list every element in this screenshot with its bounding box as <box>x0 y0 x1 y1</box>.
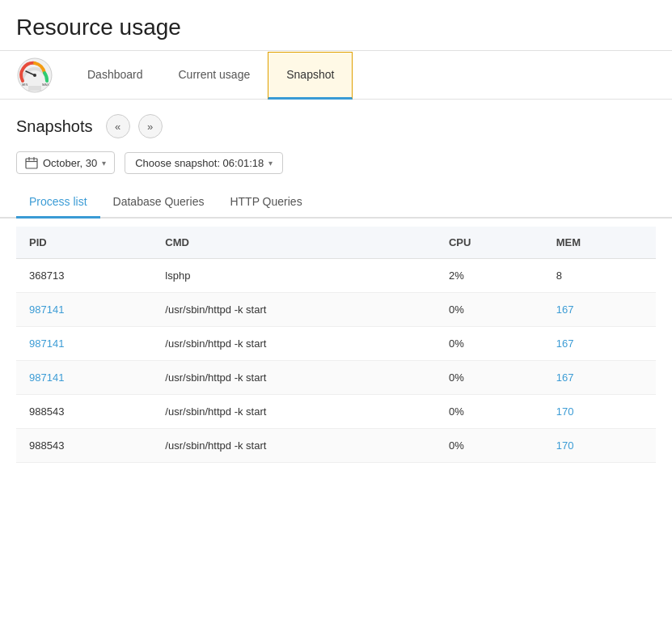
mem-link[interactable]: 167 <box>556 303 574 316</box>
snapshot-select-button[interactable]: Choose snapshot: 06:01:18 ▾ <box>125 152 283 174</box>
cell-mem: 170 <box>543 395 656 429</box>
mem-link[interactable]: 170 <box>556 439 574 452</box>
cell-cmd: /usr/sbin/httpd -k start <box>152 361 436 395</box>
tab-http-queries[interactable]: HTTP Queries <box>217 187 315 219</box>
cell-cpu: 0% <box>436 395 543 429</box>
nav-tab-snapshot[interactable]: Snapshot <box>268 52 353 100</box>
process-table: PID CMD CPU MEM 368713lsphp2%8987141/usr… <box>16 227 656 463</box>
date-dropdown-arrow: ▾ <box>102 159 106 168</box>
page-title: Resource usage <box>16 15 656 40</box>
cell-cpu: 0% <box>436 361 543 395</box>
cell-cmd: /usr/sbin/httpd -k start <box>152 293 436 327</box>
cell-cpu: 0% <box>436 429 543 463</box>
cell-cpu: 0% <box>436 293 543 327</box>
snapshots-header: Snapshots « » <box>0 100 672 146</box>
pid-link[interactable]: 987141 <box>29 371 64 384</box>
table-container: PID CMD CPU MEM 368713lsphp2%8987141/usr… <box>0 219 672 471</box>
cell-pid: 988543 <box>16 395 152 429</box>
cell-cmd: /usr/sbin/httpd -k start <box>152 327 436 361</box>
cell-cmd: /usr/sbin/httpd -k start <box>152 429 436 463</box>
table-row: 368713lsphp2%8 <box>16 259 656 293</box>
svg-text:MIN: MIN <box>22 83 27 87</box>
table-row: 988543/usr/sbin/httpd -k start0%170 <box>16 429 656 463</box>
mem-link[interactable]: 170 <box>556 405 574 418</box>
cell-cpu: 0% <box>436 327 543 361</box>
cell-pid: 988543 <box>16 429 152 463</box>
nav-tab-dashboard[interactable]: Dashboard <box>70 52 161 100</box>
next-snapshot-button[interactable]: » <box>138 114 163 138</box>
nav-bar: MIN MAX Dashboard Current usage Snapshot <box>0 51 672 100</box>
snapshot-dropdown-arrow: ▾ <box>268 159 273 168</box>
controls-row: October, 30 ▾ Choose snapshot: 06:01:18 … <box>0 146 672 185</box>
cell-mem: 167 <box>543 327 656 361</box>
tab-database-queries[interactable]: Database Queries <box>100 187 218 219</box>
pid-link[interactable]: 987141 <box>29 303 64 316</box>
table-row: 988543/usr/sbin/httpd -k start0%170 <box>16 395 656 429</box>
cell-mem: 170 <box>543 429 656 463</box>
col-pid: PID <box>16 227 152 259</box>
cell-cmd: /usr/sbin/httpd -k start <box>152 395 436 429</box>
svg-rect-8 <box>26 159 37 168</box>
page-header: Resource usage <box>0 0 672 51</box>
mem-link[interactable]: 167 <box>556 371 574 384</box>
process-tabs: Process list Database Queries HTTP Queri… <box>0 185 672 219</box>
table-row: 987141/usr/sbin/httpd -k start0%167 <box>16 293 656 327</box>
tab-process-list[interactable]: Process list <box>16 187 100 219</box>
nav-tabs: Dashboard Current usage Snapshot <box>70 51 353 99</box>
cell-pid: 987141 <box>16 293 152 327</box>
col-mem: MEM <box>543 227 656 259</box>
cell-cpu: 2% <box>436 259 543 293</box>
col-cpu: CPU <box>436 227 543 259</box>
svg-text:MAX: MAX <box>42 83 49 87</box>
table-row: 987141/usr/sbin/httpd -k start0%167 <box>16 361 656 395</box>
cell-mem: 167 <box>543 293 656 327</box>
table-header-row: PID CMD CPU MEM <box>16 227 656 259</box>
table-row: 987141/usr/sbin/httpd -k start0%167 <box>16 327 656 361</box>
cell-pid: 987141 <box>16 361 152 395</box>
svg-point-2 <box>33 74 36 77</box>
nav-logo: MIN MAX <box>16 57 53 94</box>
cell-mem: 167 <box>543 361 656 395</box>
cell-pid: 368713 <box>16 259 152 293</box>
prev-snapshot-button[interactable]: « <box>106 114 130 138</box>
page-container: Resource usage MIN MAX <box>0 0 672 628</box>
col-cmd: CMD <box>152 227 436 259</box>
nav-tab-current-usage[interactable]: Current usage <box>161 52 268 100</box>
snapshots-title: Snapshots <box>16 117 93 136</box>
mem-link[interactable]: 167 <box>556 337 574 350</box>
cell-pid: 987141 <box>16 327 152 361</box>
cell-mem: 8 <box>543 259 656 293</box>
cell-cmd: lsphp <box>152 259 436 293</box>
pid-link[interactable]: 987141 <box>29 337 64 350</box>
date-picker-button[interactable]: October, 30 ▾ <box>16 151 115 174</box>
calendar-icon <box>25 156 38 169</box>
